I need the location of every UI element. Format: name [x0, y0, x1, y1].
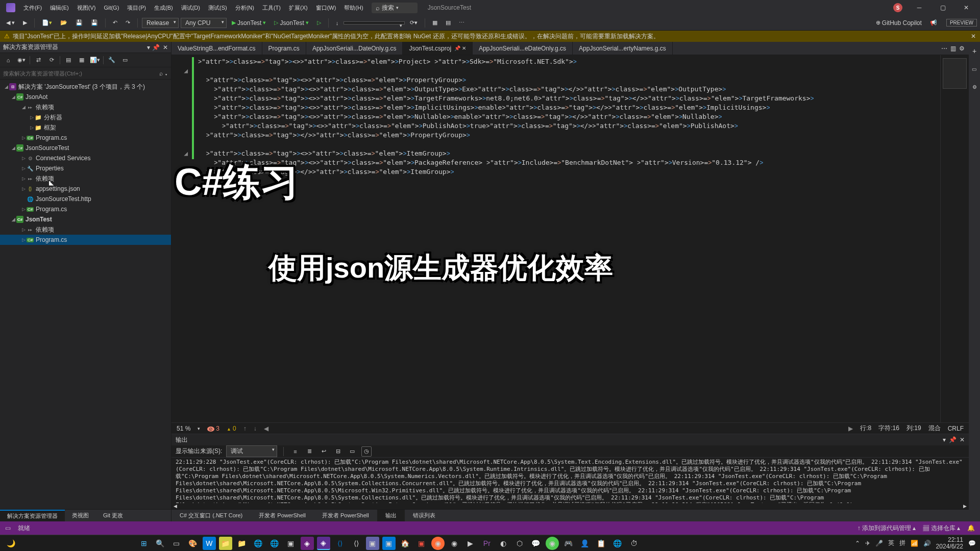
- editor-tab[interactable]: AppJsonSeriali...eDateOnly.g.cs: [473, 42, 573, 55]
- editor-tab[interactable]: AppJsonSerial...ertyNames.g.cs: [573, 42, 673, 55]
- app-icon[interactable]: W: [203, 537, 216, 550]
- user-avatar[interactable]: S: [893, 3, 902, 12]
- close-warning-button[interactable]: ✕: [971, 33, 976, 40]
- play-button[interactable]: ▷: [314, 18, 324, 28]
- menu-item[interactable]: 窗口(W): [312, 5, 340, 11]
- refresh-button[interactable]: ⟳▾: [407, 18, 421, 28]
- autoscroll-icon[interactable]: ⊟: [333, 446, 343, 457]
- notification-icon[interactable]: 💬: [968, 540, 976, 547]
- scroll-left[interactable]: ◀: [174, 504, 177, 509]
- file-node[interactable]: ▷Program.cs: [0, 204, 171, 214]
- config-dropdown[interactable]: Release: [142, 18, 179, 28]
- close-output-button[interactable]: ✕: [960, 436, 965, 443]
- project-node[interactable]: ◢C#JsonTest: [0, 214, 171, 224]
- app-icon[interactable]: ⏱: [627, 537, 641, 550]
- project-node[interactable]: ◢C#JsonAot: [0, 92, 171, 102]
- close-tab-icon[interactable]: 📌 ✕: [454, 45, 466, 51]
- pin-icon[interactable]: 📌: [949, 436, 957, 443]
- ime-indicator[interactable]: 英: [888, 539, 894, 547]
- process-dropdown[interactable]: [344, 21, 405, 24]
- notification-icon[interactable]: 🔔: [967, 524, 975, 532]
- pin-icon[interactable]: 📌: [152, 44, 160, 51]
- deps-node[interactable]: ▷依赖项: [0, 224, 171, 235]
- prev-issue-button[interactable]: ↑: [243, 425, 247, 432]
- output-dropdown[interactable]: ▾: [943, 436, 946, 443]
- app-icon[interactable]: ⟨⟩: [350, 537, 363, 550]
- ime-indicator[interactable]: 拼: [899, 539, 905, 547]
- close-panel-button[interactable]: ✕: [163, 44, 168, 51]
- connected-services-node[interactable]: ▷Connected Services: [0, 153, 171, 163]
- solution-node[interactable]: ◢⧈解决方案 'JsonSourceTest' (3 个项目，共 3 个): [0, 82, 171, 92]
- filter-icon[interactable]: 📊▾: [90, 55, 100, 65]
- editor-tab[interactable]: ValueStringB...endFormat.cs: [172, 42, 262, 55]
- app-icon[interactable]: ▣: [415, 537, 428, 550]
- terminal-icon[interactable]: ▣: [284, 537, 298, 550]
- collapse-icon[interactable]: ▤: [63, 55, 74, 65]
- app-icon[interactable]: Pr: [480, 537, 494, 550]
- vs-icon[interactable]: ◈: [317, 537, 330, 550]
- app-icon[interactable]: 👤: [578, 537, 592, 550]
- layout-button[interactable]: ▦: [429, 18, 440, 28]
- search-icon[interactable]: 🔍: [154, 537, 167, 550]
- preview-icon[interactable]: ▭: [120, 55, 130, 65]
- save-all-button[interactable]: 💾: [88, 18, 101, 28]
- output-tab[interactable]: 错误列表: [405, 510, 444, 521]
- redo-button[interactable]: ↷: [122, 18, 133, 28]
- frameworks-node[interactable]: ▷框架: [0, 122, 171, 133]
- app-icon[interactable]: ⬡: [513, 537, 526, 550]
- weather-icon[interactable]: 🌙: [4, 537, 17, 550]
- output-tab[interactable]: 开发者 PowerShell: [251, 510, 314, 521]
- switch-view-icon[interactable]: ◉▾: [16, 55, 27, 65]
- rail-tab[interactable]: ▭: [971, 63, 978, 75]
- source-control-button[interactable]: ↑ 添加到源代码管理 ▴: [857, 524, 916, 533]
- properties-icon[interactable]: 🔧: [107, 55, 117, 65]
- refresh-icon[interactable]: ⟳: [46, 55, 57, 65]
- start-button[interactable]: ▶ JsonTest ▾: [229, 18, 269, 28]
- editor-tab[interactable]: AppJsonSeriali...DateOnly.g.cs: [306, 42, 403, 55]
- clock[interactable]: 22:112024/6/22: [936, 537, 963, 550]
- start-nodebug-button[interactable]: ▷ JsonTest ▾: [271, 18, 311, 28]
- app-icon[interactable]: 🌐: [268, 537, 281, 550]
- file-node[interactable]: ▷appsettings.json: [0, 184, 171, 194]
- project-node[interactable]: ◢C#JsonSourceTest: [0, 143, 171, 153]
- rail-tab[interactable]: ⚙: [971, 81, 978, 93]
- open-button[interactable]: 📂: [57, 18, 70, 28]
- step-button[interactable]: ↓: [333, 18, 342, 28]
- zoom-level[interactable]: 51 %: [177, 425, 190, 432]
- output-source-dropdown[interactable]: 调试: [226, 445, 277, 457]
- menu-item[interactable]: Git(G): [100, 5, 123, 11]
- forward-button[interactable]: ▶: [20, 18, 30, 28]
- app-icon[interactable]: ◉: [448, 537, 461, 550]
- app-icon[interactable]: 🏠: [399, 537, 412, 550]
- line-number[interactable]: 行:8: [860, 424, 871, 433]
- view-button[interactable]: ▤: [443, 18, 454, 28]
- sidebar-tab[interactable]: 解决方案资源管理器: [0, 510, 65, 521]
- code-editor[interactable]: >"attr">>class>=>"tag">><>>"attr">>class…: [192, 55, 940, 422]
- taskview-icon[interactable]: ▭: [170, 537, 183, 550]
- deps-node[interactable]: ▷依赖项: [0, 173, 171, 184]
- analyzers-node[interactable]: ▷分析器: [0, 112, 171, 122]
- file-node[interactable]: JsonSourceTest.http: [0, 194, 171, 204]
- deps-node[interactable]: ◢依赖项: [0, 102, 171, 112]
- minimize-button[interactable]: ─: [908, 0, 931, 15]
- message-icon[interactable]: ▭: [347, 446, 357, 457]
- dropdown-icon[interactable]: ▾: [147, 44, 150, 51]
- search-input[interactable]: [3, 70, 159, 77]
- app-icon[interactable]: ▣: [382, 537, 396, 550]
- home-icon[interactable]: ⌂: [3, 55, 13, 65]
- minimap[interactable]: [940, 55, 969, 422]
- search-dropdown-icon[interactable]: ⌕ ▾: [159, 70, 168, 77]
- app-icon[interactable]: ▶: [464, 537, 477, 550]
- menu-item[interactable]: 生成(B): [150, 5, 177, 11]
- close-button[interactable]: ✕: [954, 0, 978, 15]
- start-icon[interactable]: ⊞: [137, 537, 151, 550]
- more-button[interactable]: ⋯: [456, 18, 468, 28]
- line-ending[interactable]: CRLF: [948, 425, 964, 432]
- show-all-icon[interactable]: ▦: [77, 55, 87, 65]
- app-icon[interactable]: ◉: [431, 537, 445, 550]
- app-icon[interactable]: ▣: [366, 537, 379, 550]
- network-icon[interactable]: 📶: [911, 540, 918, 547]
- properties-node[interactable]: ▷Properties: [0, 163, 171, 173]
- minimap-thumb[interactable]: [943, 58, 967, 89]
- file-node[interactable]: ▷Program.cs: [0, 133, 171, 143]
